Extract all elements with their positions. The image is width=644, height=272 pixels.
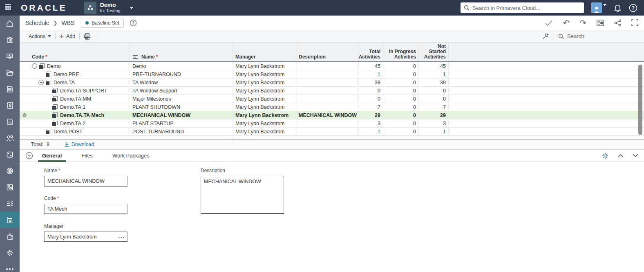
document-icon — [6, 85, 14, 93]
cell-not-started-activities: 45 — [419, 62, 449, 70]
oracle-logo: ORACLE — [21, 3, 67, 13]
table-row[interactable]: Demo.TA.MMMajor MilestonesMary Lynn Back… — [20, 95, 644, 103]
table-row[interactable]: DemoDemoMary Lynn Backstrom45045 — [20, 62, 644, 70]
vertical-scrollbar[interactable] — [638, 65, 642, 135]
cell-name: PRE-TURNAROUND — [130, 70, 233, 78]
cell-code: Demo.TA — [54, 80, 75, 85]
code-field[interactable] — [44, 204, 127, 214]
avatar-icon — [591, 2, 602, 13]
apply-check-icon[interactable] — [545, 20, 553, 26]
download-link[interactable]: Download — [64, 142, 94, 147]
row-gear-icon[interactable] — [22, 112, 27, 118]
column-header-description[interactable]: Description — [296, 43, 359, 61]
collapse-toggle-icon[interactable] — [32, 63, 37, 69]
table-row[interactable]: Demo.PREPRE-TURNAROUNDMary Lynn Backstro… — [20, 70, 644, 79]
baseline-set-button[interactable]: Baseline Set — [81, 18, 123, 28]
collapse-up-icon[interactable] — [618, 154, 624, 157]
wrench-icon — [542, 33, 549, 40]
column-header-in-progress-activities[interactable]: In Progress Activities — [383, 43, 419, 61]
global-search-input[interactable] — [472, 5, 581, 11]
cell-code: Demo.PRE — [54, 72, 79, 77]
table-row[interactable]: Demo.TA.1PLANT SHUTDOWNMary Lynn Backstr… — [20, 103, 644, 111]
cell-in-progress-activities: 0 — [383, 111, 419, 119]
sidebar-item-settings[interactable] — [0, 245, 20, 261]
sidebar-item-apps[interactable] — [0, 228, 20, 245]
sidebar-item-contacts[interactable] — [0, 97, 20, 114]
project-icon — [84, 2, 96, 14]
name-field[interactable] — [44, 176, 127, 187]
sidebar-item-risk[interactable] — [0, 146, 20, 163]
manager-field[interactable] — [44, 232, 127, 242]
name-field-label: Name* — [44, 168, 127, 173]
cell-manager: Mary Lynn Backstrom — [233, 119, 296, 127]
add-button[interactable]: + Add — [56, 30, 79, 42]
undo-icon[interactable]: ↶ — [563, 18, 570, 28]
column-header-manager[interactable]: Manager — [233, 43, 296, 61]
description-field[interactable] — [201, 176, 284, 214]
actions-button[interactable]: Actions — [25, 30, 55, 42]
app-launcher-icon[interactable] — [5, 4, 12, 11]
breadcrumb-wbs[interactable]: WBS — [61, 20, 74, 26]
fullscreen-icon[interactable] — [631, 19, 638, 26]
portfolio-icon — [6, 36, 14, 44]
manager-field-label: Manager — [44, 223, 127, 229]
report-view-icon[interactable] — [596, 19, 604, 27]
cell-not-started-activities: 0 — [419, 95, 449, 103]
tasks-checklist-icon — [6, 200, 14, 208]
table-row[interactable]: Demo.POSTPOST-TURNAROUNDMary Lynn Backst… — [20, 128, 644, 136]
project-switcher[interactable]: Demo In: Testing — [84, 2, 133, 14]
configure-button[interactable] — [538, 30, 553, 42]
sidebar-item-documents[interactable] — [0, 81, 20, 97]
table-search[interactable]: Search — [553, 33, 639, 39]
manager-picker-button[interactable]: ... — [118, 233, 125, 239]
sidebar-item-home[interactable] — [0, 16, 20, 32]
wbs-item-icon — [52, 112, 58, 118]
collapse-down-icon[interactable] — [633, 154, 638, 157]
sidebar-item-workflow[interactable] — [0, 179, 20, 196]
sidebar-item-resources[interactable] — [0, 130, 20, 146]
tab-general[interactable]: General — [40, 150, 63, 162]
cell-in-progress-activities: 0 — [383, 70, 419, 78]
plus-icon: + — [60, 32, 64, 40]
sidebar-item-portfolio[interactable] — [0, 32, 20, 48]
sidebar-item-objectives[interactable] — [0, 163, 20, 179]
sidebar-item-files[interactable] — [0, 65, 20, 81]
cell-manager: Mary Lynn Backstrom — [233, 128, 296, 135]
tab-work-packages[interactable]: Work Packages — [111, 150, 151, 162]
column-header-not-started-activities[interactable]: Not Started Activities — [419, 43, 449, 61]
cell-name: PLANT STARTUP — [130, 119, 233, 127]
sidebar-item-more[interactable] — [0, 261, 20, 272]
collapse-toggle-icon[interactable] — [38, 80, 44, 85]
table-row[interactable]: Demo.TATA WindowMary Lynn Backstrom39039 — [20, 79, 644, 87]
table-row[interactable]: Demo.TA.TA MechMECHANICAL WINDOWMary Lyn… — [20, 111, 644, 119]
panel-settings-button[interactable] — [602, 152, 609, 160]
table-row[interactable]: Demo.TA.SUPPORTTA Window SupportMary Lyn… — [20, 87, 644, 95]
cell-in-progress-activities: 0 — [383, 119, 419, 127]
general-detail-panel: Name* Code* Manager ... Description — [20, 162, 644, 242]
column-header-code[interactable]: Code* — [29, 43, 130, 61]
global-search[interactable] — [461, 2, 584, 13]
sidebar-item-reports[interactable] — [0, 114, 20, 130]
cell-description — [296, 119, 359, 127]
cell-total-activities: 1 — [359, 128, 383, 135]
sidebar-item-tasks[interactable] — [0, 196, 20, 212]
column-header-total-activities[interactable]: Total Activities — [359, 43, 383, 61]
redo-icon[interactable]: ↷ — [579, 18, 586, 28]
cell-not-started-activities: 3 — [419, 119, 449, 127]
tab-files[interactable]: Files — [80, 150, 94, 162]
sidebar-item-dashboards[interactable] — [0, 48, 20, 65]
print-button[interactable] — [80, 30, 95, 42]
user-menu[interactable] — [591, 2, 606, 13]
help-icon[interactable]: ? — [130, 19, 137, 27]
notifications-bell-icon[interactable] — [614, 4, 622, 12]
column-header-name[interactable]: Name* — [130, 43, 233, 61]
breadcrumb-schedule[interactable]: Schedule — [25, 20, 49, 26]
cell-manager: Mary Lynn Backstrom — [233, 87, 296, 94]
table-row[interactable]: Demo.TA.2PLANT STARTUPMary Lynn Backstro… — [20, 119, 644, 128]
apps-puzzle-icon — [6, 232, 14, 241]
sidebar-item-schedule-wbs[interactable] — [0, 212, 20, 228]
help-icon[interactable]: ? — [629, 4, 637, 12]
cell-total-activities: 0 — [359, 87, 383, 94]
panel-collapse-toggle[interactable] — [25, 152, 33, 160]
share-icon[interactable] — [614, 19, 622, 27]
